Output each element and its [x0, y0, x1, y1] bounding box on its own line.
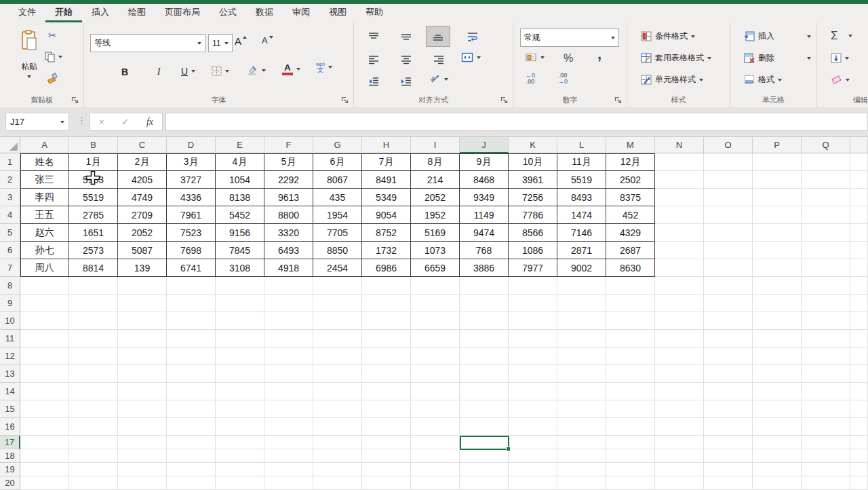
cell-C14[interactable]: [118, 383, 167, 400]
cell-M5[interactable]: 4329: [606, 224, 655, 242]
cell-D14[interactable]: [167, 383, 216, 400]
cell-D7[interactable]: 6741: [167, 259, 216, 277]
cell-K20[interactable]: [509, 476, 557, 490]
copy-button[interactable]: [45, 52, 62, 62]
cell-F16[interactable]: [264, 418, 313, 436]
cell-H16[interactable]: [362, 418, 411, 436]
column-header-N[interactable]: N: [655, 137, 704, 153]
cell-C8[interactable]: [118, 277, 167, 295]
row-header-7[interactable]: 7: [0, 259, 20, 277]
cell-partial-1[interactable]: [850, 153, 868, 171]
cell-O11[interactable]: [704, 330, 753, 347]
row-header-2[interactable]: 2: [0, 171, 20, 189]
underline-dropdown-icon[interactable]: [191, 70, 195, 73]
cell-Q16[interactable]: [802, 418, 850, 436]
cell-N20[interactable]: [655, 476, 704, 490]
cell-M3[interactable]: 8375: [606, 189, 655, 206]
cell-Q12[interactable]: [802, 347, 850, 365]
cell-C2[interactable]: 4205: [118, 171, 167, 189]
paste-dropdown-icon[interactable]: [27, 75, 31, 78]
row-header-17[interactable]: 17: [0, 436, 20, 449]
row-header-4[interactable]: 4: [0, 206, 20, 224]
cell-M18[interactable]: [606, 449, 655, 463]
cell-H3[interactable]: 5349: [362, 189, 411, 206]
name-box[interactable]: J17: [5, 113, 69, 131]
cell-M6[interactable]: 2687: [606, 242, 655, 259]
cell-I18[interactable]: [411, 449, 460, 463]
cell-partial-7[interactable]: [850, 259, 868, 277]
cell-L2[interactable]: 5519: [557, 171, 606, 189]
cell-Q14[interactable]: [802, 383, 850, 400]
cell-Q1[interactable]: [802, 153, 850, 171]
cell-K10[interactable]: [509, 312, 557, 330]
cell-B16[interactable]: [69, 418, 118, 436]
cell-F14[interactable]: [264, 383, 313, 400]
cell-partial-19[interactable]: [850, 463, 868, 476]
cell-K1[interactable]: 10月: [509, 153, 557, 171]
cell-A19[interactable]: [20, 463, 69, 476]
cell-I5[interactable]: 5169: [411, 224, 460, 242]
autosum-button[interactable]: Σ: [831, 29, 852, 43]
cell-A13[interactable]: [20, 365, 69, 383]
cell-H4[interactable]: 9054: [362, 206, 411, 224]
cell-N14[interactable]: [655, 383, 704, 400]
cell-N12[interactable]: [655, 347, 704, 365]
cell-N15[interactable]: [655, 400, 704, 418]
cell-O10[interactable]: [704, 312, 753, 330]
cell-B17[interactable]: [69, 436, 118, 449]
row-header-8[interactable]: 8: [0, 277, 20, 295]
cell-K9[interactable]: [509, 295, 557, 312]
cell-E5[interactable]: 9156: [216, 224, 264, 242]
cell-C7[interactable]: 139: [118, 259, 167, 277]
cell-D8[interactable]: [167, 277, 216, 295]
cell-M9[interactable]: [606, 295, 655, 312]
cell-B4[interactable]: 2785: [69, 206, 118, 224]
cell-N17[interactable]: [655, 436, 704, 449]
clipboard-dialog-launcher-icon[interactable]: [71, 96, 79, 104]
row-header-18[interactable]: 18: [0, 449, 20, 463]
cell-C12[interactable]: [118, 347, 167, 365]
cell-partial-12[interactable]: [850, 347, 868, 365]
row-header-19[interactable]: 19: [0, 463, 20, 476]
cell-A6[interactable]: 孙七: [20, 242, 69, 259]
cell-G4[interactable]: 1954: [313, 206, 362, 224]
cell-D11[interactable]: [167, 330, 216, 347]
cell-Q18[interactable]: [802, 449, 850, 463]
cell-N10[interactable]: [655, 312, 704, 330]
cell-partial-20[interactable]: [850, 476, 868, 490]
phonetic-dropdown-icon[interactable]: [328, 66, 332, 69]
cell-N4[interactable]: [655, 206, 704, 224]
font-dialog-launcher-icon[interactable]: [341, 96, 349, 104]
cell-N1[interactable]: [655, 153, 704, 171]
cell-M12[interactable]: [606, 347, 655, 365]
cell-I13[interactable]: [411, 365, 460, 383]
cell-E9[interactable]: [216, 295, 264, 312]
cell-E3[interactable]: 8138: [216, 189, 264, 206]
active-cell-selection[interactable]: [460, 436, 509, 450]
cell-N11[interactable]: [655, 330, 704, 347]
cell-J4[interactable]: 1149: [460, 206, 509, 224]
row-header-12[interactable]: 12: [0, 347, 20, 365]
column-header-I[interactable]: I: [411, 137, 460, 153]
row-header-14[interactable]: 14: [0, 383, 20, 400]
column-header-D[interactable]: D: [167, 137, 216, 153]
cell-N19[interactable]: [655, 463, 704, 476]
cell-B8[interactable]: [69, 277, 118, 295]
cell-P8[interactable]: [753, 277, 802, 295]
enter-icon[interactable]: ✓: [121, 117, 129, 127]
cell-E14[interactable]: [216, 383, 264, 400]
cell-F7[interactable]: 4918: [264, 259, 313, 277]
cell-H19[interactable]: [362, 463, 411, 476]
cell-O16[interactable]: [704, 418, 753, 436]
align-left-button[interactable]: [363, 51, 384, 69]
cell-Q4[interactable]: [802, 206, 850, 224]
cell-L10[interactable]: [557, 312, 606, 330]
cell-K7[interactable]: 7977: [509, 259, 557, 277]
fill-button[interactable]: [831, 53, 849, 63]
cell-K5[interactable]: 8566: [509, 224, 557, 242]
cell-I1[interactable]: 8月: [411, 153, 460, 171]
cell-O13[interactable]: [704, 365, 753, 383]
cell-N18[interactable]: [655, 449, 704, 463]
cell-P13[interactable]: [753, 365, 802, 383]
cell-partial-3[interactable]: [850, 189, 868, 206]
